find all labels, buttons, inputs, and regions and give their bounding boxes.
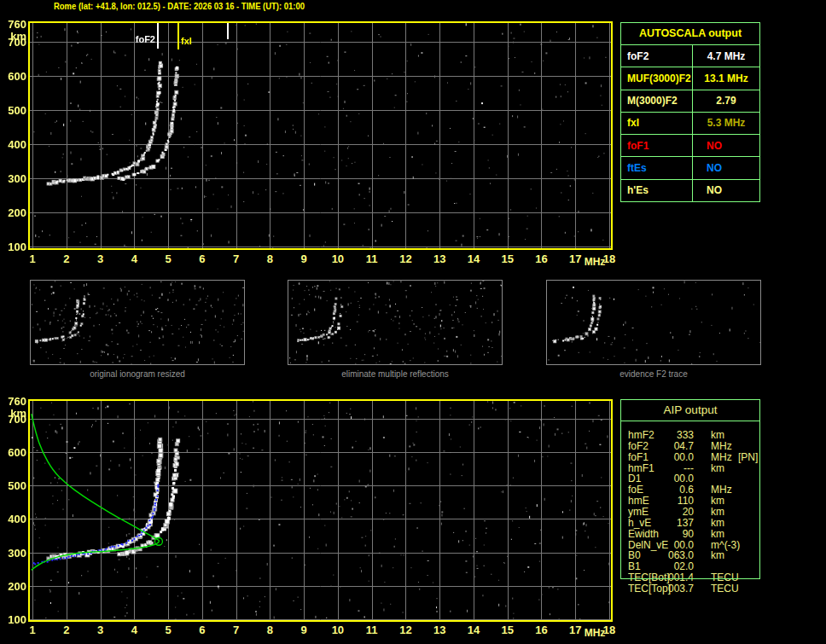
foF2-marker-line bbox=[157, 23, 159, 49]
autoscala-param-value: 2.79 bbox=[693, 90, 759, 112]
aip-param-value: 20 bbox=[665, 507, 694, 518]
x-tick-label-1: 1 bbox=[21, 253, 44, 264]
aip-param-label: foF2 bbox=[628, 441, 649, 452]
y-tick-label-700: 700 bbox=[0, 37, 26, 48]
autoscala-table-rows: foF24.7 MHzMUF(3000)F213.1 MHzM(3000)F22… bbox=[621, 45, 759, 201]
y-tick-label-400: 400 bbox=[0, 139, 26, 150]
x-tick-label-11: 11 bbox=[361, 624, 383, 635]
aip-param-value: 003.7 bbox=[665, 583, 694, 595]
y-tick-label-200: 200 bbox=[0, 581, 26, 592]
autoscala-param-value: 5.3 MHz bbox=[693, 113, 759, 134]
autoscala-output-table: AUTOSCALA output foF24.7 MHzMUF(3000)F21… bbox=[620, 22, 760, 202]
aip-row-Ewidth: Ewidth90km bbox=[620, 529, 760, 540]
thumbnail-caption-evidence: evidence F2 trace bbox=[546, 369, 761, 379]
x-tick-label-8: 8 bbox=[259, 253, 281, 264]
top-ionogram-canvas bbox=[30, 23, 611, 248]
x-tick-label-15: 15 bbox=[497, 624, 519, 635]
aip-row-ymE: ymE20km bbox=[620, 507, 760, 518]
x-tick-label-8: 8 bbox=[259, 624, 281, 635]
autoscala-param-value: NO bbox=[693, 157, 759, 178]
window-title: Rome (lat: +41.8, lon: 012.5) - DATE: 20… bbox=[54, 1, 305, 11]
aip-param-label: foF1 bbox=[628, 452, 649, 463]
x-tick-label-4: 4 bbox=[123, 624, 145, 635]
bottom-ionogram-canvas bbox=[30, 401, 611, 620]
x-tick-label-11: 11 bbox=[361, 253, 383, 264]
autoscala-param-label: MUF(3000)F2 bbox=[621, 67, 693, 89]
x-tick-label-4: 4 bbox=[123, 253, 145, 264]
aip-param-value: 90 bbox=[665, 529, 694, 540]
aip-param-label: ymE bbox=[628, 507, 649, 518]
x-tick-label-16: 16 bbox=[530, 624, 552, 635]
thumbnail-original-ionogram bbox=[30, 280, 245, 365]
aip-param-unit: MHz bbox=[711, 452, 732, 463]
aip-param-unit: MHz bbox=[711, 441, 732, 452]
thumbnail-evidence-f2 bbox=[546, 280, 761, 365]
x-tick-label-1: 1 bbox=[21, 624, 44, 635]
aip-param-unit: TECU bbox=[711, 583, 739, 595]
autoscala-param-label: h'Es bbox=[621, 180, 693, 201]
x-tick-label-6: 6 bbox=[191, 624, 213, 635]
y-tick-label-500: 500 bbox=[0, 105, 26, 116]
foF2-marker-label: foF2 bbox=[125, 34, 155, 44]
autoscala-table-header: AUTOSCALA output bbox=[621, 23, 759, 45]
x-tick-label-2: 2 bbox=[55, 624, 78, 635]
autoscala-param-label: M(3000)F2 bbox=[621, 90, 693, 112]
autoscala-row-M3000F2: M(3000)F22.79 bbox=[621, 90, 759, 112]
autoscala-row-foF2: foF24.7 MHz bbox=[621, 45, 759, 67]
aip-param-value: 137 bbox=[665, 518, 694, 529]
x-tick-label-12: 12 bbox=[394, 253, 416, 264]
x-tick-label-3: 3 bbox=[90, 624, 112, 635]
x-tick-label-6: 6 bbox=[191, 253, 213, 264]
aip-row-hvE: h_vE137km bbox=[620, 518, 760, 529]
bottom-ionogram-plot bbox=[28, 399, 613, 622]
x-tick-label-16: 16 bbox=[530, 253, 552, 264]
aip-output-table: AIP output hmF2333kmfoF204.7MHzfoF100.0M… bbox=[620, 399, 760, 604]
x-tick-label-9: 9 bbox=[293, 253, 315, 264]
thumbnail-eliminate-reflections bbox=[288, 280, 503, 365]
y-tick-label-400: 400 bbox=[0, 513, 26, 525]
x-tick-label-10: 10 bbox=[327, 253, 349, 264]
x-tick-label-5: 5 bbox=[157, 253, 179, 264]
top-ionogram-plot bbox=[28, 21, 613, 250]
autoscala-row-MUF3000F2: MUF(3000)F213.1 MHz bbox=[621, 67, 759, 89]
aip-param-label: h_vE bbox=[628, 518, 651, 529]
x-tick-label-14: 14 bbox=[462, 253, 485, 264]
y-tick-label-300: 300 bbox=[0, 548, 26, 559]
autoscala-row-foF1: foF1NO bbox=[621, 134, 759, 156]
y-tick-label-300: 300 bbox=[0, 173, 26, 184]
x-axis-unit-mhz: MHz bbox=[584, 628, 606, 639]
aip-param-unit: km bbox=[711, 463, 724, 474]
aip-table-header: AIP output bbox=[620, 399, 760, 421]
y-tick-label-100: 100 bbox=[0, 241, 26, 252]
x-tick-label-2: 2 bbox=[55, 253, 78, 264]
y-tick-label-760: 760 bbox=[0, 19, 26, 30]
x-tick-label-5: 5 bbox=[157, 624, 179, 635]
thumbnail-caption-eliminate: eliminate multiple reflections bbox=[288, 369, 503, 379]
aip-param-label: Ewidth bbox=[628, 529, 659, 540]
autoscala-param-label: ftEs bbox=[621, 157, 693, 178]
x-tick-label-13: 13 bbox=[428, 624, 451, 635]
x-tick-label-9: 9 bbox=[293, 624, 315, 635]
fxI-marker-label: fxI bbox=[181, 36, 192, 46]
aip-param-unit: km bbox=[711, 518, 724, 529]
thumbnail-caption-original: original ionogram resized bbox=[30, 369, 245, 379]
y-tick-label-200: 200 bbox=[0, 207, 26, 218]
x-axis-unit-mhz: MHz bbox=[584, 257, 606, 268]
y-tick-label-600: 600 bbox=[0, 71, 26, 82]
autoscala-param-value: 4.7 MHz bbox=[693, 45, 759, 67]
autoscala-param-value: NO bbox=[693, 180, 759, 201]
y-tick-label-600: 600 bbox=[0, 447, 26, 458]
aip-param-extra: [PN] bbox=[738, 452, 758, 463]
autoscala-row-ftEs: ftEsNO bbox=[621, 156, 759, 178]
x-tick-label-12: 12 bbox=[394, 624, 416, 635]
aip-row-foF2: foF204.7MHz bbox=[620, 441, 760, 452]
autoscala-param-label: foF2 bbox=[621, 45, 693, 67]
y-tick-label-700: 700 bbox=[0, 414, 26, 425]
aip-row-foF1: foF100.0MHz[PN] bbox=[620, 452, 760, 463]
y-tick-label-760: 760 bbox=[0, 396, 26, 407]
autoscala-row-hEs: h'EsNO bbox=[621, 179, 759, 201]
aip-param-unit: km bbox=[711, 550, 724, 561]
aip-header-divider bbox=[620, 421, 760, 421]
autoscala-param-label: fxI bbox=[621, 113, 693, 134]
aip-param-unit: km bbox=[711, 507, 724, 518]
